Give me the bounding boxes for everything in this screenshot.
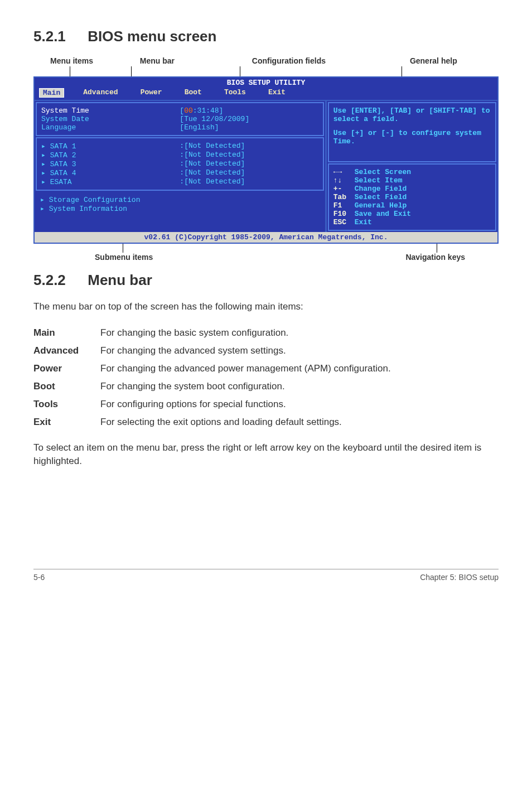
system-time-label[interactable]: System Time (41, 107, 180, 115)
def-term-advanced: Advanced (33, 342, 100, 360)
table-row: AdvancedFor changing the advanced system… (33, 342, 399, 360)
nav-desc-screen: Select Screen (355, 168, 411, 176)
bios-tab-tools[interactable]: Tools (221, 88, 249, 98)
page-footer: 5-6 Chapter 5: BIOS setup (33, 569, 499, 582)
bios-tab-exit[interactable]: Exit (265, 88, 289, 98)
label-menu-bar: Menu bar (140, 56, 209, 65)
footer-page-number: 5-6 (33, 573, 45, 582)
section-number: 5.2.1 (33, 28, 84, 45)
table-row: PowerFor changing the advanced power man… (33, 360, 399, 378)
bottom-label-row: Submenu items Navigation keys (56, 253, 476, 262)
label-general-help: General help (369, 56, 499, 65)
bios-tab-advanced[interactable]: Advanced (80, 88, 121, 98)
closing-paragraph: To select an item on the menu bar, press… (33, 441, 499, 468)
top-label-row: Menu items Menu bar Configuration fields… (33, 56, 499, 65)
nav-desc-field: Select Field (355, 193, 407, 201)
table-row: MainFor changing the basic system config… (33, 324, 399, 342)
nav-desc-save: Save and Exit (355, 210, 411, 218)
storage-config-item[interactable]: Storage Configuration (40, 195, 320, 204)
bios-tab-boot[interactable]: Boot (181, 88, 205, 98)
nav-key-f10: F10 (333, 210, 355, 218)
def-desc-exit: For selecting the exit options and loadi… (100, 413, 399, 431)
bios-help-line1: Use [ENTER], [TAB] or [SHIFT-TAB] to sel… (333, 107, 491, 123)
nav-key-arrows-ud: ↑↓ (333, 176, 355, 185)
table-row: ToolsFor configuring options for special… (33, 395, 399, 413)
def-term-boot: Boot (33, 378, 100, 395)
bios-help-line2: Use [+] or [-] to configure system Time. (333, 129, 491, 146)
bios-right-pane: Use [ENTER], [TAB] or [SHIFT-TAB] to sel… (327, 101, 497, 232)
sata1-item[interactable]: SATA 1 (41, 142, 180, 151)
table-row: ExitFor selecting the exit options and l… (33, 413, 399, 431)
def-desc-power: For changing the advanced power manageme… (100, 360, 399, 378)
system-info-item[interactable]: System Information (40, 204, 320, 213)
system-date-value[interactable]: [Tue 12/08/2009] (180, 115, 318, 123)
nav-key-arrows-lr: ←→ (333, 168, 355, 176)
label-config-fields: Configuration fields (209, 56, 368, 65)
def-desc-advanced: For changing the advanced system setting… (100, 342, 399, 360)
language-value[interactable]: [English] (180, 123, 318, 132)
bottom-stems (56, 244, 476, 253)
bios-tab-power[interactable]: Power (137, 88, 166, 98)
nav-key-tab: Tab (333, 193, 355, 201)
nav-desc-exit: Exit (355, 218, 372, 226)
label-nav-keys: Navigation keys (405, 253, 465, 262)
table-row: BootFor changing the system boot configu… (33, 378, 399, 395)
def-term-main: Main (33, 324, 100, 342)
nav-key-f1: F1 (333, 201, 355, 210)
label-menu-items: Menu items (33, 56, 140, 65)
bios-group-sata: SATA 1:[Not Detected] SATA 2:[Not Detect… (36, 137, 324, 191)
nav-key-esc: ESC (333, 218, 355, 226)
bios-copyright: v02.61 (C)Copyright 1985-2009, American … (35, 232, 497, 243)
bios-tab-main[interactable]: Main (39, 88, 64, 98)
def-term-power: Power (33, 360, 100, 378)
def-desc-main: For changing the basic system configurat… (100, 324, 399, 342)
bios-help-box: Use [ENTER], [TAB] or [SHIFT-TAB] to sel… (328, 102, 496, 162)
top-stems (33, 66, 499, 76)
def-term-exit: Exit (33, 413, 100, 431)
sata2-item[interactable]: SATA 2 (41, 151, 180, 160)
label-submenu-items: Submenu items (95, 253, 153, 262)
sata1-value: :[Not Detected] (180, 142, 318, 151)
nav-key-plusminus: +- (333, 185, 355, 193)
nav-desc-item: Select Item (355, 176, 403, 185)
bios-plain-items: Storage Configuration System Information (35, 192, 325, 223)
system-time-value[interactable]: [00:31:48] (180, 107, 318, 115)
bios-screenshot: BIOS SETUP UTILITY Main Advanced Power B… (33, 76, 499, 244)
section-heading-1: 5.2.1 BIOS menu screen (33, 28, 499, 45)
bios-nav-box: ←→Select Screen ↑↓Select Item +-Change F… (328, 163, 496, 231)
system-date-label[interactable]: System Date (41, 115, 180, 123)
section-heading-2: 5.2.2 Menu bar (33, 272, 499, 289)
sata3-item[interactable]: SATA 3 (41, 160, 180, 168)
bios-group-system: System Time [00:31:48] System Date [Tue … (36, 102, 324, 136)
bios-left-pane: System Time [00:31:48] System Date [Tue … (35, 101, 327, 232)
sata4-value: :[Not Detected] (180, 168, 318, 177)
sata4-item[interactable]: SATA 4 (41, 168, 180, 177)
section-title-2: Menu bar (88, 272, 152, 288)
def-desc-boot: For changing the system boot configurati… (100, 378, 399, 395)
sata2-value: :[Not Detected] (180, 151, 318, 160)
section-number-2: 5.2.2 (33, 272, 84, 289)
def-term-tools: Tools (33, 395, 100, 413)
esata-value: :[Not Detected] (180, 177, 318, 186)
esata-item[interactable]: ESATA (41, 177, 180, 186)
nav-desc-help: General Help (355, 201, 407, 210)
menu-defs-table: MainFor changing the basic system config… (33, 324, 399, 431)
nav-desc-change: Change Field (355, 185, 407, 193)
def-desc-tools: For configuring options for special func… (100, 395, 399, 413)
section-title: BIOS menu screen (88, 28, 216, 45)
bios-tabs: Main Advanced Power Boot Tools Exit (35, 88, 497, 100)
menubar-intro: The menu bar on top of the screen has th… (33, 300, 499, 314)
language-label[interactable]: Language (41, 123, 180, 132)
sata3-value: :[Not Detected] (180, 160, 318, 168)
footer-chapter: Chapter 5: BIOS setup (420, 573, 499, 582)
bios-title: BIOS SETUP UTILITY (35, 78, 497, 88)
